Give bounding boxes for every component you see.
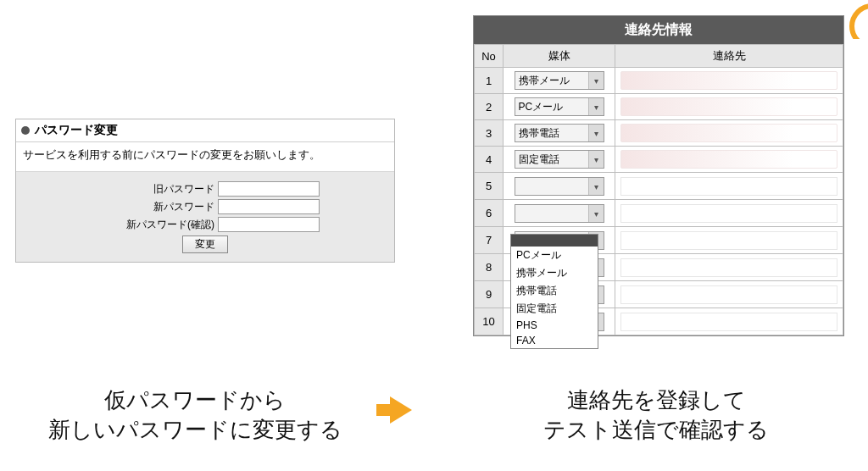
contact-cell — [615, 254, 843, 281]
media-dropdown-open[interactable]: PCメール携帯メール携帯電話固定電話PHSFAX — [510, 234, 598, 349]
media-select[interactable]: PCメール▾ — [515, 97, 604, 116]
arrow-right-icon — [390, 396, 412, 424]
chevron-down-icon: ▾ — [588, 205, 604, 222]
media-cell: ▾ — [504, 173, 615, 200]
media-cell: PCメール▾ — [504, 94, 615, 120]
table-row: 4固定電話▾ — [475, 147, 843, 173]
decorative-crescent-icon — [843, 3, 868, 39]
contact-cell — [615, 200, 843, 227]
change-password-button[interactable]: 変更 — [182, 236, 228, 253]
caption-right: 連絡先を登録して テスト送信で確認する — [478, 385, 834, 445]
contact-value[interactable] — [620, 71, 837, 90]
row-number: 2 — [475, 94, 504, 120]
contact-cell — [615, 281, 843, 308]
caption-left-line2: 新しいパスワードに変更する — [48, 417, 342, 442]
contact-cell — [615, 173, 843, 200]
contact-cell — [615, 308, 843, 335]
password-panel-title-row: パスワード変更 — [16, 119, 394, 142]
bullet-icon — [21, 126, 30, 135]
confirm-password-label: 新パスワード(確認) — [91, 218, 218, 232]
password-change-panel: パスワード変更 サービスを利用する前にパスワードの変更をお願いします。 旧パスワ… — [15, 119, 395, 263]
row-number: 4 — [475, 147, 504, 173]
table-row: 2PCメール▾ — [475, 94, 843, 120]
contact-value[interactable] — [620, 258, 837, 277]
contact-cell — [615, 147, 843, 173]
row-number: 3 — [475, 120, 504, 147]
media-select[interactable]: ▾ — [515, 177, 604, 196]
table-row: 5▾ — [475, 173, 843, 200]
old-password-label: 旧パスワード — [91, 182, 218, 197]
media-dropdown-option[interactable] — [511, 235, 598, 247]
confirm-password-input[interactable] — [218, 217, 320, 232]
contact-cell — [615, 94, 843, 120]
contact-value[interactable] — [620, 97, 837, 116]
chevron-down-icon: ▾ — [588, 151, 604, 168]
password-panel-message: サービスを利用する前にパスワードの変更をお願いします。 — [16, 142, 394, 172]
media-dropdown-option[interactable]: PCメール — [511, 247, 598, 264]
new-password-label: 新パスワード — [91, 200, 218, 214]
password-panel-title: パスワード変更 — [35, 123, 118, 138]
contact-value[interactable] — [620, 313, 837, 331]
contact-value[interactable] — [620, 285, 837, 304]
media-cell: 携帯電話▾ — [504, 120, 615, 147]
contact-value[interactable] — [620, 150, 837, 169]
contact-cell — [615, 68, 843, 94]
caption-right-line2: テスト送信で確認する — [543, 417, 769, 442]
media-cell: 携帯メール▾ — [504, 68, 615, 94]
media-select[interactable]: 固定電話▾ — [515, 150, 604, 169]
media-select-value: 固定電話 — [519, 152, 559, 167]
chevron-down-icon: ▾ — [588, 98, 604, 115]
table-row: 3携帯電話▾ — [475, 120, 843, 147]
row-number: 8 — [475, 254, 504, 281]
caption-left-line1: 仮パスワードから — [104, 387, 286, 413]
row-number: 7 — [475, 227, 504, 254]
row-number: 5 — [475, 173, 504, 200]
caption-left: 仮パスワードから 新しいパスワードに変更する — [17, 385, 373, 445]
row-number: 1 — [475, 68, 504, 94]
row-number: 9 — [475, 281, 504, 308]
contact-value[interactable] — [620, 124, 837, 142]
media-select[interactable]: 携帯メール▾ — [515, 71, 604, 90]
row-number: 10 — [475, 308, 504, 335]
table-row: 1携帯メール▾ — [475, 68, 843, 94]
media-select[interactable]: ▾ — [515, 204, 604, 223]
password-form: 旧パスワード 新パスワード 新パスワード(確認) 変更 — [16, 172, 394, 262]
col-header-contact: 連絡先 — [615, 45, 843, 68]
media-select-value: 携帯メール — [519, 74, 570, 88]
contact-cell — [615, 227, 843, 254]
contact-cell — [615, 120, 843, 147]
table-row: 6▾ — [475, 200, 843, 227]
media-dropdown-option[interactable]: PHS — [511, 318, 598, 333]
media-cell: 固定電話▾ — [504, 147, 615, 173]
new-password-input[interactable] — [218, 199, 320, 214]
media-dropdown-option[interactable]: 携帯電話 — [511, 282, 598, 300]
media-dropdown-option[interactable]: 携帯メール — [511, 264, 598, 282]
chevron-down-icon: ▾ — [588, 72, 604, 89]
contact-info-panel: 連絡先情報 No 媒体 連絡先 1携帯メール▾2PCメール▾3携帯電話▾4固定電… — [473, 15, 844, 336]
contact-panel-title: 連絡先情報 — [474, 16, 843, 44]
row-number: 6 — [475, 200, 504, 227]
caption-right-line1: 連絡先を登録して — [567, 387, 746, 413]
contact-value[interactable] — [620, 177, 837, 196]
chevron-down-icon: ▾ — [588, 178, 604, 195]
chevron-down-icon: ▾ — [588, 125, 604, 141]
media-cell: ▾ — [504, 200, 615, 227]
col-header-no: No — [475, 45, 504, 68]
media-select-value: PCメール — [519, 100, 564, 114]
media-select[interactable]: 携帯電話▾ — [515, 124, 604, 142]
media-select-value: 携帯電話 — [519, 126, 559, 141]
contact-value[interactable] — [620, 204, 837, 223]
media-dropdown-option[interactable]: FAX — [511, 333, 598, 348]
contact-value[interactable] — [620, 231, 837, 250]
media-dropdown-option[interactable]: 固定電話 — [511, 300, 598, 318]
old-password-input[interactable] — [218, 181, 320, 197]
col-header-media: 媒体 — [504, 45, 615, 68]
